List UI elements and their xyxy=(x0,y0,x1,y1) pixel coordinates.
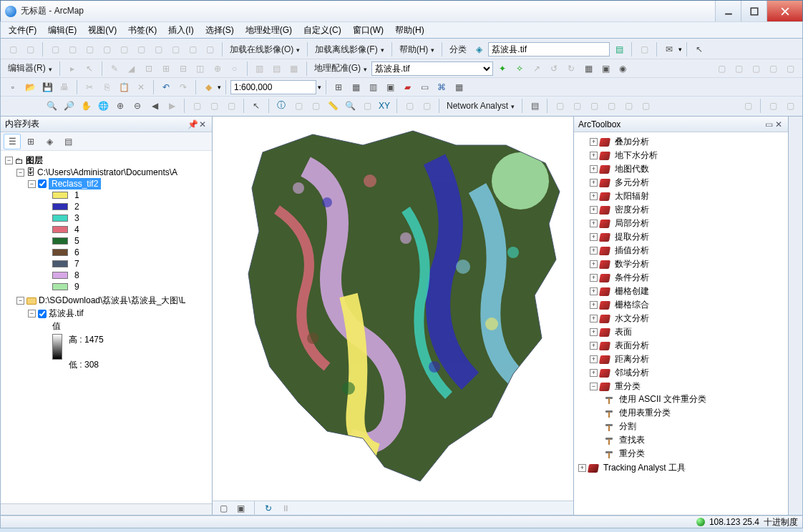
right-dock-strip[interactable] xyxy=(788,117,802,515)
expand-icon[interactable]: + xyxy=(590,179,598,187)
menu-windows[interactable]: 窗口(W) xyxy=(348,22,389,39)
edit-tool-icon[interactable]: ⊕ xyxy=(210,61,225,77)
copy-icon[interactable]: ⎘ xyxy=(99,79,115,95)
toolset[interactable]: 水文分析 xyxy=(615,312,649,325)
expand-icon[interactable]: + xyxy=(590,355,598,363)
tool-icon[interactable]: ▢ xyxy=(189,98,205,114)
edit-tool-icon[interactable]: ▦ xyxy=(286,61,302,77)
gp-tool[interactable]: 查找表 xyxy=(619,434,645,446)
tool-icon[interactable]: ▦ xyxy=(451,79,467,95)
tool-icon[interactable]: ▢ xyxy=(740,98,756,114)
edit-tool-icon[interactable]: ⊡ xyxy=(141,61,157,77)
paste-icon[interactable]: 📋 xyxy=(116,79,132,95)
gp-tool[interactable]: 分割 xyxy=(619,420,636,433)
expand-icon[interactable]: + xyxy=(590,206,598,214)
expand-icon[interactable]: + xyxy=(590,315,598,322)
data-view-icon[interactable]: ▢ xyxy=(217,502,230,515)
gp-tool[interactable]: 使用表重分类 xyxy=(619,407,671,419)
prev-extent-icon[interactable]: ◀ xyxy=(147,98,162,114)
tool-icon[interactable]: ▢ xyxy=(765,98,781,114)
toolbox-tracking[interactable]: Tracking Analyst 工具 xyxy=(603,462,686,474)
classify-layer-combo[interactable] xyxy=(488,42,610,56)
redo-icon[interactable]: ↷ xyxy=(175,79,191,95)
georef-tool-icon[interactable]: ▣ xyxy=(598,61,613,77)
load-online-imagery[interactable]: 加载在线影像(O) xyxy=(227,44,303,56)
expand-icon[interactable]: + xyxy=(590,287,598,295)
edit-tool-icon[interactable]: ▸ xyxy=(64,61,80,77)
layer-visibility-checkbox[interactable] xyxy=(38,310,47,318)
tool-icon[interactable]: ▢ xyxy=(782,98,798,114)
expand-icon[interactable]: + xyxy=(590,274,598,282)
tool-icon[interactable]: ▢ xyxy=(64,41,80,57)
fixed-zoom-out-icon[interactable]: ⊖ xyxy=(130,98,145,114)
menu-bookmarks[interactable]: 书签(K) xyxy=(123,22,162,39)
editor-dropdown[interactable]: 编辑器(R) xyxy=(5,62,55,74)
tool-icon[interactable]: ▢ xyxy=(5,41,21,57)
python-icon[interactable]: ⌘ xyxy=(434,79,449,95)
expand-icon[interactable]: + xyxy=(590,233,598,241)
expand-icon[interactable]: + xyxy=(578,464,586,472)
minimize-button[interactable] xyxy=(715,1,741,21)
tool-icon[interactable]: ▢ xyxy=(133,41,149,57)
tool-icon[interactable]: ▭ xyxy=(417,79,432,95)
list-by-visibility-icon[interactable]: ◈ xyxy=(41,134,58,149)
menu-geoprocessing[interactable]: 地理处理(G) xyxy=(240,22,297,39)
tool-icon[interactable]: ▢ xyxy=(782,61,798,77)
layers-root[interactable]: 图层 xyxy=(26,154,43,167)
pin-icon[interactable]: 📌 xyxy=(188,119,198,129)
georef-tool-icon[interactable]: ↻ xyxy=(563,61,579,77)
tool-icon[interactable]: ▢ xyxy=(731,61,746,77)
scale-input[interactable] xyxy=(230,80,316,94)
help-dropdown[interactable]: 帮助(H) xyxy=(396,44,438,56)
menu-help[interactable]: 帮助(H) xyxy=(390,22,429,39)
tool-icon[interactable]: ▢ xyxy=(82,41,97,57)
collapse-icon[interactable]: − xyxy=(16,297,24,305)
close-pane-icon[interactable]: ✕ xyxy=(198,119,208,129)
find-icon[interactable]: 🔍 xyxy=(342,98,358,114)
cut-icon[interactable]: ✂ xyxy=(82,79,97,95)
map-canvas[interactable] xyxy=(213,117,573,501)
edit-tool-icon[interactable]: ▤ xyxy=(269,61,285,77)
georef-tool-icon[interactable]: ◉ xyxy=(615,61,631,77)
list-by-source-icon[interactable]: ⊞ xyxy=(22,134,39,149)
edit-tool-icon[interactable]: ◫ xyxy=(193,61,208,77)
full-extent-icon[interactable]: 🌐 xyxy=(95,98,111,114)
edit-tool-icon[interactable]: ⊞ xyxy=(158,61,174,77)
collapse-icon[interactable]: − xyxy=(590,383,598,390)
edit-tool-icon[interactable]: ▥ xyxy=(252,61,268,77)
toolset[interactable]: 插值分析 xyxy=(615,245,649,257)
tool-icon[interactable]: ▢ xyxy=(99,41,115,57)
tool-icon[interactable]: ▢ xyxy=(291,98,306,114)
tool-icon[interactable]: ▢ xyxy=(419,98,434,114)
toolset[interactable]: 地图代数 xyxy=(615,163,649,175)
na-window-icon[interactable]: ▤ xyxy=(527,98,542,114)
tool-icon[interactable]: ▢ xyxy=(150,41,166,57)
toolset[interactable]: 栅格综合 xyxy=(615,299,649,311)
toolset[interactable]: 局部分析 xyxy=(615,217,649,230)
toolset[interactable]: 地下水分析 xyxy=(615,149,658,162)
edit-tool-icon[interactable]: ✎ xyxy=(107,61,122,77)
new-icon[interactable]: ▫ xyxy=(5,79,21,95)
collapse-icon[interactable]: − xyxy=(5,157,13,164)
tool-icon[interactable]: ▢ xyxy=(202,41,218,57)
expand-icon[interactable]: + xyxy=(590,342,598,350)
toolset[interactable]: 条件分析 xyxy=(615,272,649,284)
layer-libo[interactable]: 荔波县.tif xyxy=(49,307,84,320)
georef-tool-icon[interactable]: ✧ xyxy=(512,61,527,77)
tool-icon[interactable]: ▢ xyxy=(620,98,636,114)
refresh-icon[interactable]: ↻ xyxy=(262,502,275,515)
georef-tool-icon[interactable]: ↗ xyxy=(529,61,545,77)
expand-icon[interactable]: + xyxy=(590,301,598,309)
layer-visibility-checkbox[interactable] xyxy=(38,179,47,188)
edit-tool-icon[interactable]: ◢ xyxy=(124,61,140,77)
tool-icon[interactable]: ▢ xyxy=(638,98,653,114)
toc-tree[interactable]: −🗀图层 −🗄C:\Users\Administrator\Documents\… xyxy=(1,151,212,503)
tool-icon[interactable]: ▢ xyxy=(167,41,183,57)
toolset[interactable]: 密度分析 xyxy=(615,204,649,216)
menu-file[interactable]: 文件(F) xyxy=(4,22,42,39)
collapse-icon[interactable]: − xyxy=(28,180,36,188)
print-icon[interactable]: 🖶 xyxy=(57,79,72,95)
georef-target-combo[interactable]: 荔波县.tif xyxy=(371,61,493,76)
edit-tool-icon[interactable]: ⊟ xyxy=(175,61,191,77)
layout-view-icon[interactable]: ▣ xyxy=(234,502,247,515)
